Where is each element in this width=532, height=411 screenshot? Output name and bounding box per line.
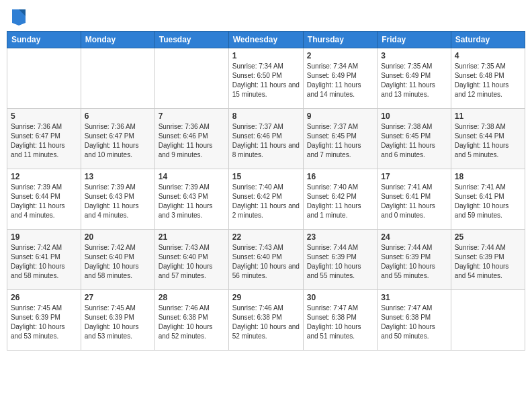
calendar-day-cell: 7Sunrise: 7:36 AM Sunset: 6:46 PM Daylig…	[154, 109, 228, 169]
calendar-day-cell: 15Sunrise: 7:40 AM Sunset: 6:42 PM Dayli…	[228, 169, 303, 230]
day-info: Sunrise: 7:46 AM Sunset: 6:38 PM Dayligh…	[159, 304, 225, 341]
calendar-empty-cell	[81, 48, 154, 109]
day-info: Sunrise: 7:39 AM Sunset: 6:44 PM Dayligh…	[11, 183, 77, 220]
day-number: 8	[232, 111, 300, 121]
day-info: Sunrise: 7:43 AM Sunset: 6:40 PM Dayligh…	[232, 243, 300, 281]
calendar-day-cell: 24Sunrise: 7:44 AM Sunset: 6:39 PM Dayli…	[378, 230, 451, 290]
weekday-header-tuesday: Tuesday	[154, 32, 228, 48]
calendar-day-cell: 13Sunrise: 7:39 AM Sunset: 6:43 PM Dayli…	[81, 169, 154, 230]
day-info: Sunrise: 7:42 AM Sunset: 6:40 PM Dayligh…	[85, 243, 151, 281]
day-number: 4	[455, 51, 521, 60]
day-info: Sunrise: 7:38 AM Sunset: 6:44 PM Dayligh…	[455, 122, 521, 160]
day-number: 21	[159, 232, 225, 242]
weekday-header-saturday: Saturday	[451, 32, 525, 48]
calendar-day-cell: 10Sunrise: 7:38 AM Sunset: 6:45 PM Dayli…	[378, 109, 451, 169]
day-info: Sunrise: 7:38 AM Sunset: 6:45 PM Dayligh…	[381, 122, 447, 160]
calendar-day-cell: 2Sunrise: 7:34 AM Sunset: 6:49 PM Daylig…	[303, 48, 377, 109]
calendar-empty-cell	[154, 48, 228, 109]
calendar-day-cell: 27Sunrise: 7:45 AM Sunset: 6:39 PM Dayli…	[81, 290, 154, 351]
calendar-day-cell: 11Sunrise: 7:38 AM Sunset: 6:44 PM Dayli…	[451, 109, 525, 169]
calendar-day-cell: 6Sunrise: 7:36 AM Sunset: 6:47 PM Daylig…	[81, 109, 154, 169]
day-number: 26	[11, 293, 77, 302]
day-number: 17	[381, 172, 447, 181]
day-number: 20	[85, 232, 151, 242]
calendar-day-cell: 29Sunrise: 7:46 AM Sunset: 6:38 PM Dayli…	[228, 290, 303, 351]
day-number: 12	[11, 172, 77, 181]
day-info: Sunrise: 7:37 AM Sunset: 6:45 PM Dayligh…	[307, 122, 373, 160]
day-number: 22	[232, 232, 300, 242]
day-info: Sunrise: 7:40 AM Sunset: 6:42 PM Dayligh…	[307, 183, 373, 220]
calendar-day-cell: 8Sunrise: 7:37 AM Sunset: 6:46 PM Daylig…	[228, 109, 303, 169]
calendar-day-cell: 1Sunrise: 7:34 AM Sunset: 6:50 PM Daylig…	[228, 48, 303, 109]
calendar-empty-cell	[7, 48, 81, 109]
day-info: Sunrise: 7:34 AM Sunset: 6:50 PM Dayligh…	[232, 62, 300, 99]
day-number: 3	[381, 51, 447, 60]
calendar-day-cell: 30Sunrise: 7:47 AM Sunset: 6:38 PM Dayli…	[303, 290, 377, 351]
day-info: Sunrise: 7:47 AM Sunset: 6:38 PM Dayligh…	[381, 304, 447, 341]
calendar-day-cell: 3Sunrise: 7:35 AM Sunset: 6:49 PM Daylig…	[378, 48, 451, 109]
day-number: 31	[381, 293, 447, 302]
day-number: 19	[11, 232, 77, 242]
day-info: Sunrise: 7:39 AM Sunset: 6:43 PM Dayligh…	[159, 183, 225, 220]
day-number: 1	[232, 51, 300, 60]
day-number: 15	[232, 172, 300, 181]
day-number: 11	[455, 111, 521, 121]
weekday-header-friday: Friday	[378, 32, 451, 48]
day-info: Sunrise: 7:44 AM Sunset: 6:39 PM Dayligh…	[307, 243, 373, 281]
day-info: Sunrise: 7:41 AM Sunset: 6:41 PM Dayligh…	[455, 183, 521, 220]
day-info: Sunrise: 7:35 AM Sunset: 6:48 PM Dayligh…	[455, 62, 521, 99]
day-info: Sunrise: 7:47 AM Sunset: 6:38 PM Dayligh…	[307, 304, 373, 341]
day-info: Sunrise: 7:45 AM Sunset: 6:39 PM Dayligh…	[11, 304, 77, 341]
calendar-day-cell: 23Sunrise: 7:44 AM Sunset: 6:39 PM Dayli…	[303, 230, 377, 290]
calendar-day-cell: 12Sunrise: 7:39 AM Sunset: 6:44 PM Dayli…	[7, 169, 81, 230]
day-number: 5	[11, 111, 77, 121]
day-number: 30	[307, 293, 373, 302]
day-info: Sunrise: 7:44 AM Sunset: 6:39 PM Dayligh…	[455, 243, 521, 281]
day-number: 18	[455, 172, 521, 181]
day-number: 27	[85, 293, 151, 302]
day-info: Sunrise: 7:45 AM Sunset: 6:39 PM Dayligh…	[85, 304, 151, 341]
day-info: Sunrise: 7:46 AM Sunset: 6:38 PM Dayligh…	[232, 304, 300, 341]
day-number: 7	[159, 111, 225, 121]
logo	[9, 7, 27, 26]
day-number: 10	[381, 111, 447, 121]
day-number: 28	[159, 293, 225, 302]
calendar-day-cell: 26Sunrise: 7:45 AM Sunset: 6:39 PM Dayli…	[7, 290, 81, 351]
calendar-day-cell: 21Sunrise: 7:43 AM Sunset: 6:40 PM Dayli…	[154, 230, 228, 290]
weekday-header-sunday: Sunday	[7, 32, 81, 48]
day-info: Sunrise: 7:35 AM Sunset: 6:49 PM Dayligh…	[381, 62, 447, 99]
weekday-header-monday: Monday	[81, 32, 154, 48]
calendar-day-cell: 28Sunrise: 7:46 AM Sunset: 6:38 PM Dayli…	[154, 290, 228, 351]
calendar-day-cell: 17Sunrise: 7:41 AM Sunset: 6:41 PM Dayli…	[378, 169, 451, 230]
weekday-header-wednesday: Wednesday	[228, 32, 303, 48]
calendar-day-cell: 16Sunrise: 7:40 AM Sunset: 6:42 PM Dayli…	[303, 169, 377, 230]
day-number: 6	[85, 111, 151, 121]
day-number: 23	[307, 232, 373, 242]
day-number: 9	[307, 111, 373, 121]
calendar-day-cell: 20Sunrise: 7:42 AM Sunset: 6:40 PM Dayli…	[81, 230, 154, 290]
day-info: Sunrise: 7:40 AM Sunset: 6:42 PM Dayligh…	[232, 183, 300, 220]
calendar-week-row: 26Sunrise: 7:45 AM Sunset: 6:39 PM Dayli…	[7, 290, 525, 351]
weekday-header-thursday: Thursday	[303, 32, 377, 48]
day-info: Sunrise: 7:42 AM Sunset: 6:41 PM Dayligh…	[11, 243, 77, 281]
day-number: 29	[232, 293, 300, 302]
calendar-day-cell: 4Sunrise: 7:35 AM Sunset: 6:48 PM Daylig…	[451, 48, 525, 109]
calendar-day-cell: 25Sunrise: 7:44 AM Sunset: 6:39 PM Dayli…	[451, 230, 525, 290]
day-number: 25	[455, 232, 521, 242]
logo-icon	[11, 7, 27, 26]
page-header	[7, 7, 525, 26]
calendar-day-cell: 31Sunrise: 7:47 AM Sunset: 6:38 PM Dayli…	[378, 290, 451, 351]
calendar-day-cell: 14Sunrise: 7:39 AM Sunset: 6:43 PM Dayli…	[154, 169, 228, 230]
day-info: Sunrise: 7:36 AM Sunset: 6:47 PM Dayligh…	[11, 122, 77, 160]
calendar-day-cell: 19Sunrise: 7:42 AM Sunset: 6:41 PM Dayli…	[7, 230, 81, 290]
calendar-week-row: 5Sunrise: 7:36 AM Sunset: 6:47 PM Daylig…	[7, 109, 525, 169]
day-info: Sunrise: 7:36 AM Sunset: 6:46 PM Dayligh…	[159, 122, 225, 160]
day-number: 24	[381, 232, 447, 242]
day-info: Sunrise: 7:37 AM Sunset: 6:46 PM Dayligh…	[232, 122, 300, 160]
day-number: 16	[307, 172, 373, 181]
calendar-week-row: 12Sunrise: 7:39 AM Sunset: 6:44 PM Dayli…	[7, 169, 525, 230]
calendar-week-row: 1Sunrise: 7:34 AM Sunset: 6:50 PM Daylig…	[7, 48, 525, 109]
calendar-day-cell: 9Sunrise: 7:37 AM Sunset: 6:45 PM Daylig…	[303, 109, 377, 169]
day-info: Sunrise: 7:34 AM Sunset: 6:49 PM Dayligh…	[307, 62, 373, 99]
calendar-week-row: 19Sunrise: 7:42 AM Sunset: 6:41 PM Dayli…	[7, 230, 525, 290]
